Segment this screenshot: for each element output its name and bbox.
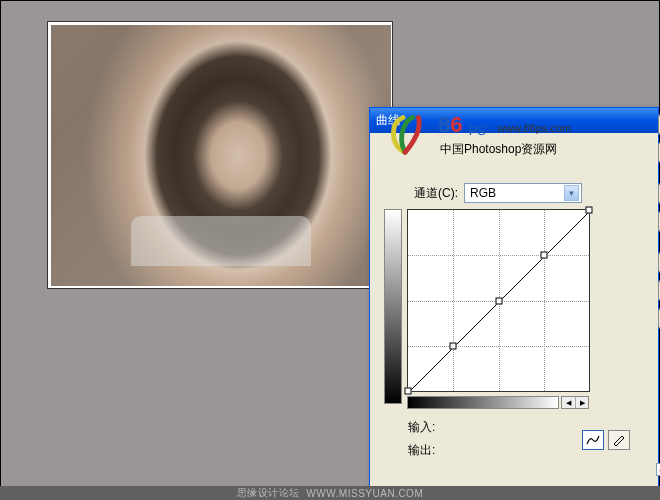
brand-url: www.86ps.com <box>497 122 571 134</box>
curve-point[interactable] <box>540 252 547 259</box>
channel-select[interactable]: RGB ▼ <box>464 183 582 203</box>
watermark-left: 思缘设计论坛 <box>237 486 300 500</box>
input-gradient-horizontal <box>407 396 559 409</box>
channel-label: 通道(C): <box>414 185 458 202</box>
input-label: 输入: <box>408 419 444 436</box>
curve-point[interactable] <box>586 207 593 214</box>
curves-dialog: 曲线 通道(C): RGB ▼ <box>369 107 659 491</box>
footer-watermark: 思缘设计论坛 WWW.MISSYUAN.COM <box>0 486 660 500</box>
gradient-direction-toggle[interactable]: ◀ ▶ <box>561 396 589 409</box>
watermark-branding: 86 PS www.86ps.com 中国Photoshop资源网 <box>376 106 656 161</box>
curve-tool-button[interactable] <box>582 430 604 450</box>
input-value <box>450 420 498 436</box>
pencil-icon <box>612 434 626 446</box>
channel-value: RGB <box>470 186 496 200</box>
document-image <box>51 25 391 286</box>
pencil-tool-button[interactable] <box>608 430 630 450</box>
logo-icon <box>376 106 434 160</box>
curves-graph[interactable] <box>407 209 590 392</box>
canvas-area: 曲线 通道(C): RGB ▼ <box>0 0 660 490</box>
chevron-down-icon: ▼ <box>564 185 579 201</box>
output-gradient-vertical <box>384 209 402 404</box>
brand-6: 6 <box>450 112 462 137</box>
output-label: 输出: <box>408 442 444 459</box>
brand-8: 8 <box>438 112 450 137</box>
brand-ps: PS <box>469 123 486 138</box>
curve-point[interactable] <box>405 388 412 395</box>
brand-subtitle: 中国Photoshop资源网 <box>440 141 571 158</box>
preview-checkbox[interactable]: ✓ <box>656 463 660 476</box>
watermark-right: WWW.MISSYUAN.COM <box>306 488 423 499</box>
arrow-left-icon: ◀ <box>562 397 575 408</box>
curve-point[interactable] <box>495 297 502 304</box>
arrow-right-icon: ▶ <box>575 397 588 408</box>
document-window[interactable] <box>47 21 393 289</box>
wave-icon <box>586 434 600 446</box>
output-value <box>450 443 498 459</box>
curve-point[interactable] <box>450 342 457 349</box>
